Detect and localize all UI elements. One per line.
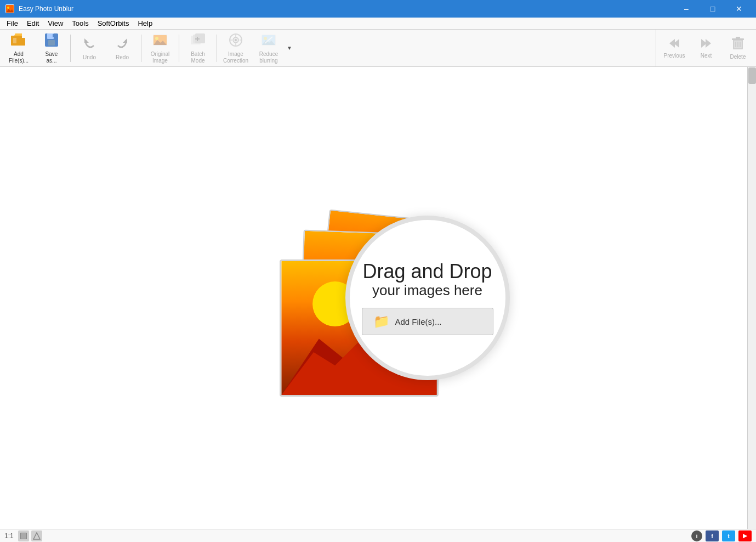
svg-marker-13 (123, 38, 127, 43)
batch-mode-label: BatchMode (191, 51, 205, 64)
svg-rect-11 (53, 34, 55, 37)
svg-marker-12 (84, 38, 89, 43)
twitter-icon[interactable]: t (722, 530, 735, 541)
menu-view[interactable]: View (43, 18, 67, 29)
status-icon-1 (18, 530, 29, 541)
svg-rect-35 (736, 37, 740, 38)
original-image-icon (152, 32, 168, 50)
menu-help[interactable]: Help (133, 18, 157, 29)
zoom-level: 1:1 (4, 532, 14, 540)
menu-tools[interactable]: Tools (67, 18, 93, 29)
add-files-label: AddFile(s)... (9, 51, 29, 64)
menu-file[interactable]: File (2, 18, 22, 29)
main-scrollbar[interactable] (747, 67, 756, 529)
scrollbar-thumb[interactable] (748, 67, 756, 84)
app-title: Easy Photo Unblur (19, 5, 674, 13)
undo-label: Undo (83, 54, 96, 61)
toolbar: AddFile(s)... Saveas... (0, 30, 756, 67)
next-button[interactable]: Next (690, 31, 722, 65)
separator-4 (217, 35, 217, 62)
svg-marker-5 (11, 33, 22, 36)
add-files-icon (10, 32, 27, 50)
redo-label: Redo (116, 54, 129, 61)
close-button[interactable]: ✕ (726, 0, 752, 18)
window-controls: – □ ✕ (674, 0, 752, 18)
svg-rect-54 (21, 533, 26, 539)
previous-icon (667, 37, 681, 52)
menu-edit[interactable]: Edit (22, 18, 43, 29)
delete-button[interactable]: Delete (722, 31, 754, 65)
batch-mode-icon (190, 32, 206, 50)
app-icon (4, 3, 15, 14)
redo-icon (115, 36, 130, 53)
menu-bar: File Edit View Tools SoftOrbits Help (0, 18, 756, 30)
image-correction-label: ImageCorrection (223, 51, 248, 64)
status-bar-right: i f t ▶ (691, 530, 752, 541)
image-correction-button[interactable]: ImageCorrection (219, 31, 252, 65)
previous-label: Previous (664, 53, 685, 59)
youtube-icon[interactable]: ▶ (738, 530, 752, 541)
redo-button[interactable]: Redo (106, 31, 139, 65)
separator-2 (141, 35, 141, 62)
undo-button[interactable]: Undo (73, 31, 106, 65)
separator-3 (179, 35, 179, 62)
reduce-blurring-icon (260, 32, 277, 50)
main-content: Drag and Drop your images here 📁 Add Fil… (0, 67, 756, 529)
drop-area-container: Drag and Drop your images here 📁 Add Fil… (280, 205, 477, 391)
svg-point-26 (264, 37, 267, 40)
facebook-icon[interactable]: f (706, 530, 719, 541)
add-files-drop-button[interactable]: 📁 Add File(s)... (362, 308, 493, 335)
svg-marker-31 (706, 39, 711, 48)
maximize-button[interactable]: □ (700, 0, 725, 18)
undo-icon (82, 36, 97, 53)
original-image-button[interactable]: OriginalImage (144, 31, 177, 65)
previous-button[interactable]: Previous (658, 31, 690, 65)
toolbar-more-button[interactable]: ▼ (285, 31, 294, 65)
drag-drop-text-line2: your images here (372, 282, 482, 299)
folder-icon: 📁 (373, 314, 390, 329)
menu-softorbits[interactable]: SoftOrbits (93, 18, 134, 29)
status-icon-2 (31, 530, 42, 541)
save-as-button[interactable]: Saveas... (35, 31, 68, 65)
svg-marker-55 (33, 533, 40, 539)
toolbar-main-group: AddFile(s)... Saveas... (2, 30, 294, 66)
add-files-button[interactable]: AddFile(s)... (2, 31, 35, 65)
svg-rect-34 (732, 38, 744, 40)
svg-point-2 (7, 7, 9, 9)
toolbar-right-group: Previous Next (656, 30, 756, 66)
separator-1 (70, 35, 71, 62)
image-correction-icon (228, 32, 244, 50)
reduce-blurring-label: Reduceblurring (259, 51, 278, 64)
add-files-drop-label: Add File(s)... (395, 317, 442, 326)
minimize-button[interactable]: – (674, 0, 699, 18)
next-icon (699, 37, 713, 52)
drop-circle-overlay: Drag and Drop your images here 📁 Add Fil… (345, 216, 510, 380)
status-icons (18, 530, 42, 541)
info-icon: i (691, 530, 702, 541)
reduce-blurring-button[interactable]: Reduceblurring (252, 31, 285, 65)
delete-label: Delete (730, 54, 746, 60)
svg-point-16 (155, 37, 158, 40)
batch-mode-button[interactable]: BatchMode (181, 31, 214, 65)
original-image-label: OriginalImage (151, 51, 169, 64)
save-icon (44, 32, 59, 50)
title-bar: Easy Photo Unblur – □ ✕ (0, 0, 756, 18)
svg-rect-7 (16, 38, 25, 46)
save-as-label: Saveas... (46, 51, 58, 64)
svg-rect-10 (48, 40, 55, 46)
drag-drop-text-line1: Drag and Drop (362, 261, 492, 283)
delete-icon (732, 36, 744, 53)
status-bar: 1:1 i f t ▶ (0, 529, 756, 542)
svg-point-23 (235, 39, 237, 41)
next-label: Next (701, 53, 712, 59)
